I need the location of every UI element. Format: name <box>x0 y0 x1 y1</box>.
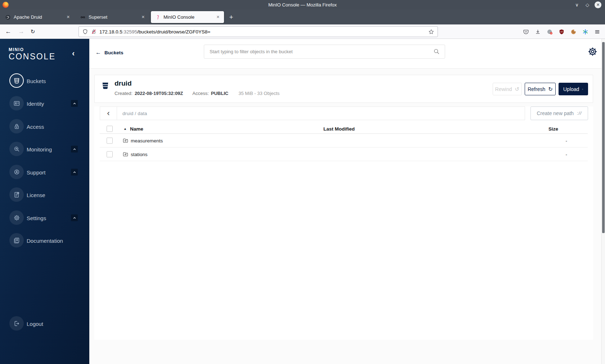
rewind-button[interactable]: Rewind ↺ <box>493 83 522 95</box>
logo-console: CONSOLE <box>9 52 56 62</box>
search-input[interactable] <box>209 49 433 55</box>
padlock-icon <box>9 119 24 133</box>
main-content: ← Buckets <box>89 39 605 364</box>
minio-console-logo: MINIO CONSOLE <box>9 47 56 62</box>
monitoring-magnifier-icon <box>9 142 24 156</box>
back-arrow-icon: ← <box>95 49 101 56</box>
extension-account-icon[interactable] <box>547 29 553 35</box>
tab-close-icon[interactable]: ✕ <box>215 14 221 20</box>
sort-ascending-icon: ▲ <box>124 127 127 131</box>
hamburger-menu-icon[interactable] <box>594 29 600 35</box>
logo-minio: MINIO <box>9 47 56 52</box>
sidebar-item-support[interactable]: Support <box>0 161 89 183</box>
tab-title: MinIO Console <box>163 14 215 20</box>
window-title: MinIO Console — Mozilla Firefox <box>0 2 605 8</box>
upload-icon <box>582 86 583 92</box>
url-bar[interactable]: 172.18.0.5:32595/buckets/druid/browse/ZG… <box>79 26 438 37</box>
bucket-name: druid <box>115 79 132 87</box>
tab-title: Superset <box>89 14 140 20</box>
chevron-up-icon[interactable] <box>71 169 78 176</box>
window-close-icon[interactable]: ✕ <box>595 1 601 8</box>
tab-minio-console[interactable]: MinIO Console ✕ <box>151 11 224 23</box>
path-navigator: ‹ druid / data <box>100 106 525 120</box>
object-row-measurements[interactable]: measurements - <box>100 134 588 147</box>
cookie-extension-icon[interactable] <box>570 29 577 35</box>
sidebar-collapse-icon[interactable]: ‹ <box>72 50 75 58</box>
sidebar-item-monitoring[interactable]: Monitoring <box>0 138 89 160</box>
sidebar-item-label: Logout <box>27 320 43 327</box>
access-label: Access: <box>192 91 209 96</box>
browser-toolbar: ← → ↻ 172.18.0.5:32595/buckets/druid/bro… <box>0 24 605 39</box>
bucket-icon <box>9 73 24 88</box>
new-tab-button[interactable]: + <box>226 12 237 23</box>
sidebar-item-access[interactable]: Access <box>0 115 89 138</box>
upload-button[interactable]: Upload <box>559 83 588 95</box>
object-size: - <box>566 151 568 157</box>
settings-gear-icon[interactable] <box>587 46 598 57</box>
bucket-usage: 35 MiB - 33 Objects <box>238 91 279 96</box>
tab-title: Apache Druid <box>14 14 65 20</box>
sidebar-item-buckets[interactable]: Buckets <box>0 69 89 92</box>
rewind-label: Rewind <box>495 86 512 92</box>
refresh-label: Refresh <box>528 86 545 92</box>
page-header: ← Buckets <box>89 39 605 69</box>
sidebar-item-identity[interactable]: Identity <box>0 92 89 115</box>
page-scrollbar[interactable] <box>601 39 605 364</box>
window-minimize-icon[interactable]: ∨ <box>574 2 580 8</box>
asterisk-extension-icon[interactable] <box>582 29 588 35</box>
sidebar-item-label: License <box>27 192 45 198</box>
documentation-book-icon <box>9 233 24 247</box>
object-row-stations[interactable]: stations - <box>100 147 588 161</box>
tab-close-icon[interactable]: ✕ <box>140 14 147 20</box>
ublock-origin-icon[interactable]: uO <box>559 29 565 35</box>
tab-strip: Apache Druid ✕ Superset ✕ MinIO Console … <box>0 10 605 24</box>
chevron-up-icon[interactable] <box>71 214 78 221</box>
insecure-lock-icon[interactable] <box>91 29 97 35</box>
path-back-chevron-icon[interactable]: ‹ <box>100 107 117 120</box>
sidebar-item-label: Access <box>27 123 44 129</box>
logout-icon <box>9 316 24 331</box>
forward-button[interactable]: → <box>16 27 27 37</box>
sidebar-item-settings[interactable]: Settings <box>0 206 89 229</box>
sidebar-item-label: Settings <box>27 215 46 221</box>
column-header-name[interactable]: Name <box>130 126 143 132</box>
create-new-path-button[interactable]: Create new path :// <box>530 106 588 120</box>
sidebar: MINIO CONSOLE ‹ Buckets <box>0 39 89 364</box>
window-controls: ∨ ◇ ✕ <box>574 1 601 8</box>
sidebar-item-label: Identity <box>27 100 44 106</box>
refresh-button[interactable]: Refresh ↻ <box>525 83 556 95</box>
tab-apache-druid[interactable]: Apache Druid ✕ <box>1 11 74 23</box>
superset-favicon <box>80 14 86 20</box>
window-titlebar: MinIO Console — Mozilla Firefox ∨ ◇ ✕ <box>0 0 605 10</box>
select-all-checkbox[interactable] <box>107 126 113 132</box>
back-button[interactable]: ← <box>3 27 14 37</box>
window-maximize-icon[interactable]: ◇ <box>584 2 591 8</box>
sidebar-item-logout[interactable]: Logout <box>0 312 89 335</box>
object-name[interactable]: measurements <box>131 138 163 143</box>
sidebar-item-documentation[interactable]: Documentation <box>0 229 89 252</box>
object-name[interactable]: stations <box>131 151 148 157</box>
gear-icon <box>9 210 24 225</box>
sidebar-item-license[interactable]: License <box>0 183 89 206</box>
screen: MinIO Console — Mozilla Firefox ∨ ◇ ✕ Ap… <box>0 0 605 364</box>
chevron-up-icon[interactable] <box>71 100 78 107</box>
chevron-up-icon[interactable] <box>71 146 78 153</box>
sidebar-item-label: Buckets <box>27 78 46 84</box>
row-checkbox[interactable] <box>107 137 113 144</box>
scrollbar-thumb[interactable] <box>602 42 605 233</box>
bookmark-star-icon[interactable] <box>428 29 434 35</box>
back-to-buckets-link[interactable]: ← Buckets <box>95 49 124 56</box>
tab-superset[interactable]: Superset ✕ <box>76 11 149 23</box>
pocket-icon[interactable] <box>523 29 529 35</box>
url-text[interactable]: 172.18.0.5:32595/buckets/druid/browse/ZG… <box>99 29 428 35</box>
bucket-metadata: Created: 2022-08-19T05:32:09Z Access: PU… <box>115 91 279 96</box>
search-icon <box>433 48 440 55</box>
identity-card-icon <box>9 96 24 110</box>
reload-button[interactable]: ↻ <box>27 27 38 37</box>
tracking-shield-icon[interactable] <box>82 29 88 35</box>
bucket-actions: Rewind ↺ Refresh ↻ Upload <box>493 83 588 95</box>
sidebar-item-label: Documentation <box>27 237 63 244</box>
tab-close-icon[interactable]: ✕ <box>65 14 72 20</box>
downloads-icon[interactable] <box>535 29 541 35</box>
row-checkbox[interactable] <box>107 151 113 157</box>
